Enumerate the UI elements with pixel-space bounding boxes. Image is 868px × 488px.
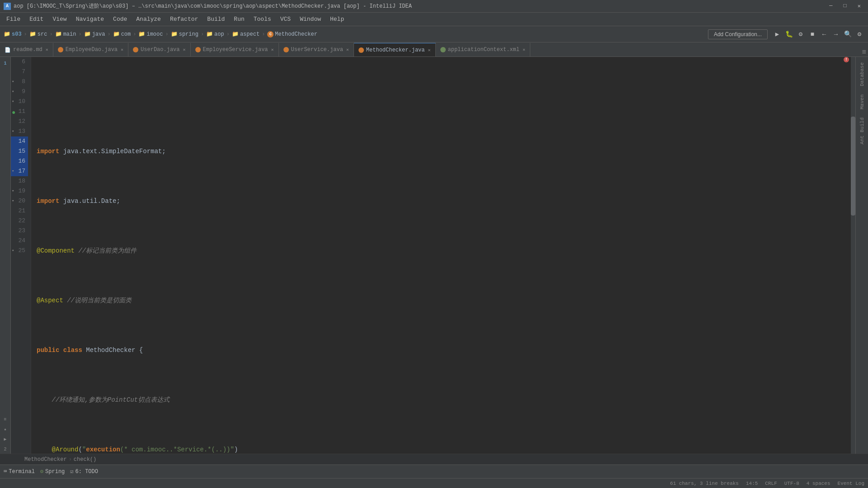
code-line-13: @Around ( "execution(* com.imooc..*Servi… [37, 445, 855, 454]
tab-methodchecker[interactable]: MethodChecker.java ✕ [354, 43, 436, 56]
toolbar-settings-button[interactable]: ⚙ [854, 29, 864, 39]
code-lines: import java.text.SimpleDateFormat; impor… [31, 57, 855, 454]
line-num-14: 14 [11, 136, 28, 146]
annotation-component: @Component [37, 246, 75, 256]
menu-navigate[interactable]: Navigate [71, 14, 108, 24]
breadcrumb-java[interactable]: 📁 java [84, 31, 105, 38]
method-bc-class[interactable]: MethodChecker [24, 456, 67, 463]
breadcrumb-spring[interactable]: 📁 spring [171, 31, 198, 38]
terminal-icon: ⌨ [4, 468, 7, 475]
line-numbers: 6 7 ▾8 ▾9 ▾10 ●11 [11, 57, 31, 454]
menu-window[interactable]: Window [295, 14, 326, 24]
sidebar-structure-icon[interactable]: ≡ [1, 415, 10, 424]
breadcrumb-main[interactable]: 📁 main [55, 31, 76, 38]
breadcrumb-aop[interactable]: 📁 aop [206, 31, 224, 38]
code-line-7: import java.text.SimpleDateFormat; [37, 146, 855, 156]
spring-icon: ⚙ [40, 468, 43, 475]
toolbar-stop-button[interactable]: ■ [807, 29, 817, 39]
method-bc-method[interactable]: check() [74, 456, 96, 463]
menu-refactor[interactable]: Refactor [165, 14, 203, 24]
sidebar-project-icon[interactable]: 1 [1, 59, 10, 68]
toolbar-icons: ▶ 🐛 ⚙ ■ ← → 🔍 ⚙ [772, 29, 864, 39]
tab-list-button[interactable]: ≡ [862, 48, 866, 56]
tab-employeedao[interactable]: EmployeeDao.java ✕ [53, 43, 128, 56]
code-line-6 [37, 97, 855, 107]
panel-ant-build[interactable]: Ant Build [858, 114, 867, 148]
tab-close-methodchecker[interactable]: ✕ [428, 47, 430, 53]
code-content-area[interactable]: ! import java.text.SimpleDateFormat; imp… [31, 57, 855, 454]
chars-status: 61 chars, 3 line breaks [670, 481, 739, 486]
tab-close-applicationcontext[interactable]: ✕ [523, 47, 525, 52]
tab-readme[interactable]: 📄 readme.md ✕ [0, 43, 53, 56]
breadcrumb-imooc[interactable]: 📁 imooc [138, 31, 163, 38]
line-num-16: 16 [11, 156, 28, 166]
panel-maven[interactable]: Maven [858, 91, 867, 113]
terminal-button[interactable]: ⌨ Terminal [4, 468, 35, 475]
toolbar-debug-button[interactable]: 🐛 [784, 29, 794, 39]
line-num-10: ▾10 [11, 97, 28, 107]
toolbar-run-button[interactable]: ▶ [772, 29, 782, 39]
maximize-button[interactable]: □ [840, 3, 850, 9]
main-area: 1 ≡ ★ ▶ 2 6 7 ▾8 ▾9 [0, 57, 868, 454]
tab-applicationcontext[interactable]: applicationContext.xml ✕ [436, 43, 530, 56]
menu-view[interactable]: View [48, 14, 71, 24]
string-execution: "execution(* com.imooc..*Service.*(..))" [82, 445, 234, 454]
folder-icon: 📁 [4, 31, 10, 38]
event-log-button[interactable]: Event Log [838, 481, 864, 486]
annotation-aspect: @Aspect [37, 296, 63, 305]
tab-close-employeeservice[interactable]: ✕ [271, 47, 274, 52]
line-num-20: ▾20 [11, 196, 28, 206]
menu-run[interactable]: Run [229, 14, 249, 24]
tab-employeeservice[interactable]: EmployeeService.java ✕ [191, 43, 279, 56]
tab-close-userdao[interactable]: ✕ [183, 47, 186, 52]
menu-vcs[interactable]: VCS [276, 14, 295, 24]
menu-tools[interactable]: Tools [249, 14, 276, 24]
sidebar-debug-icon[interactable]: 2 [1, 445, 10, 454]
scroll-thumb[interactable] [851, 117, 855, 216]
menu-help[interactable]: Help [326, 14, 349, 24]
line-num-17: ▾17 [11, 166, 28, 176]
breadcrumb-aspect[interactable]: 📁 aspect [232, 31, 259, 38]
bottom-toolbar: ⌨ Terminal ⚙ Spring ☑ 6: TODO [0, 465, 868, 478]
line-num-24: 24 [11, 236, 28, 246]
tab-close-userservice[interactable]: ✕ [346, 47, 349, 52]
breadcrumb-methodchecker[interactable]: C MethodChecker [267, 31, 317, 38]
breadcrumb-sep: › [24, 31, 27, 38]
line-ending-status[interactable]: CRLF [765, 481, 777, 486]
tab-close-readme[interactable]: ✕ [46, 47, 48, 52]
toolbar-search-button[interactable]: 🔍 [843, 29, 853, 39]
position-status[interactable]: 14:5 [746, 481, 758, 486]
line-num-9: ▾9 [11, 87, 28, 97]
toolbar-back-button[interactable]: ← [819, 29, 829, 39]
close-button[interactable]: ✕ [854, 3, 864, 9]
menu-edit[interactable]: Edit [25, 14, 48, 24]
breadcrumb-com[interactable]: 📁 com [113, 31, 131, 38]
toolbar-forward-button[interactable]: → [831, 29, 841, 39]
tab-close-employeedao[interactable]: ✕ [121, 47, 123, 52]
vertical-scrollbar[interactable] [851, 57, 855, 454]
breadcrumb-src[interactable]: 📁 src [29, 31, 47, 38]
statusbar: 61 chars, 3 line breaks 14:5 CRLF UTF-8 … [0, 478, 868, 488]
line-num-25: ▾25 [11, 246, 28, 256]
indent-status[interactable]: 4 spaces [807, 481, 830, 486]
sidebar-favorites-icon[interactable]: ★ [1, 425, 10, 434]
keyword-import-8: import [37, 196, 59, 206]
line-num-18: 18 [11, 176, 28, 186]
menu-analyze[interactable]: Analyze [132, 14, 165, 24]
add-configuration-button[interactable]: Add Configuration... [708, 29, 768, 39]
tab-userservice[interactable]: UserService.java ✕ [279, 43, 354, 56]
menu-file[interactable]: File [2, 14, 25, 24]
menu-code[interactable]: Code [108, 14, 132, 24]
encoding-status[interactable]: UTF-8 [784, 481, 799, 486]
tab-userdao[interactable]: UserDao.java ✕ [128, 43, 190, 56]
breadcrumb-s03[interactable]: 📁 s03 [4, 31, 22, 38]
menu-build[interactable]: Build [203, 14, 229, 24]
panel-database[interactable]: Database [858, 59, 867, 90]
sidebar-run-icon[interactable]: ▶ [1, 435, 10, 444]
minimize-button[interactable]: ─ [826, 3, 836, 9]
todo-button[interactable]: ☑ 6: TODO [70, 468, 98, 475]
titlebar: A aop [G:\IMOOC_T\Spring\进阶\aop\s03] – …… [0, 0, 868, 13]
spring-button[interactable]: ⚙ Spring [40, 468, 65, 475]
line-num-15: 15 [11, 146, 28, 156]
toolbar-coverage-button[interactable]: ⚙ [796, 29, 806, 39]
